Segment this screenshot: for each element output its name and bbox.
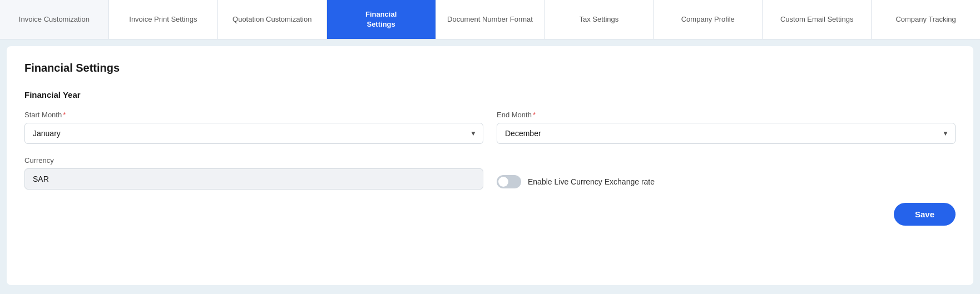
tab-invoice-print-settings[interactable]: Invoice Print Settings bbox=[109, 0, 218, 39]
end-month-group: End Month* January February March April … bbox=[497, 111, 956, 144]
page-title: Financial Settings bbox=[24, 62, 956, 74]
start-month-group: Start Month* January February March Apri… bbox=[24, 111, 483, 144]
currency-group: Currency bbox=[24, 156, 483, 190]
tab-quotation-customization[interactable]: Quotation Customization bbox=[218, 0, 327, 39]
tab-bar: Invoice Customization Invoice Print Sett… bbox=[0, 0, 980, 39]
currency-input[interactable] bbox=[24, 168, 483, 190]
main-content: Financial Settings Financial Year Start … bbox=[7, 46, 973, 285]
toggle-group: Enable Live Currency Exchange rate bbox=[497, 175, 956, 190]
save-btn-wrapper: Save bbox=[24, 203, 956, 226]
tab-document-number-format[interactable]: Document Number Format bbox=[436, 0, 545, 39]
toggle-label: Enable Live Currency Exchange rate bbox=[528, 177, 655, 186]
section-title: Financial Year bbox=[24, 90, 956, 99]
end-month-label: End Month* bbox=[497, 111, 956, 119]
toggle-slider bbox=[497, 175, 521, 188]
currency-label: Currency bbox=[24, 156, 483, 165]
tab-financial-settings[interactable]: FinancialSettings bbox=[327, 0, 436, 39]
tab-company-tracking[interactable]: Company Tracking bbox=[872, 0, 980, 39]
month-row: Start Month* January February March Apri… bbox=[24, 111, 956, 144]
save-button[interactable]: Save bbox=[894, 203, 956, 226]
end-month-select[interactable]: January February March April May June Ju… bbox=[497, 123, 956, 144]
start-month-required: * bbox=[63, 111, 66, 119]
tab-company-profile[interactable]: Company Profile bbox=[654, 0, 763, 39]
end-month-required: * bbox=[533, 111, 536, 119]
start-month-select-wrapper: January February March April May June Ju… bbox=[24, 123, 483, 144]
end-month-select-wrapper: January February March April May June Ju… bbox=[497, 123, 956, 144]
tab-tax-settings[interactable]: Tax Settings bbox=[545, 0, 654, 39]
tab-custom-email-settings[interactable]: Custom Email Settings bbox=[763, 0, 872, 39]
start-month-select[interactable]: January February March April May June Ju… bbox=[24, 123, 483, 144]
tab-invoice-customization[interactable]: Invoice Customization bbox=[0, 0, 109, 39]
live-currency-toggle[interactable] bbox=[497, 175, 521, 188]
start-month-label: Start Month* bbox=[24, 111, 483, 119]
currency-row: Currency Enable Live Currency Exchange r… bbox=[24, 156, 956, 190]
